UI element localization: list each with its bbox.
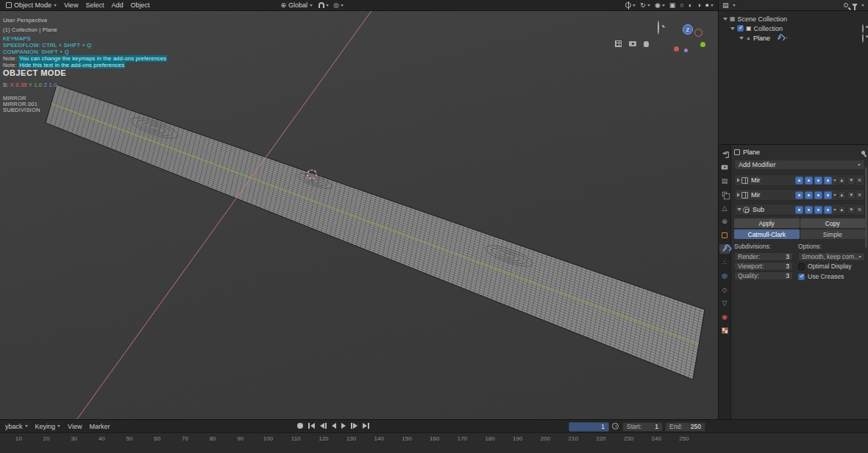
start-frame-field[interactable]: Start: 1 (622, 422, 663, 432)
optimal-display-checkbox[interactable] (798, 263, 805, 270)
tab-world[interactable]: ⊕ (719, 217, 730, 226)
catmull-clark-button[interactable]: Catmull-Clark (734, 229, 800, 239)
extras-chevron-icon[interactable] (833, 194, 836, 196)
menu-select[interactable]: Select (82, 0, 107, 10)
move-down-button[interactable]: ▾ (847, 191, 855, 199)
modifier-row-subdivision[interactable]: Sub ▴ ▾ × (734, 204, 865, 215)
move-up-button[interactable]: ▴ (838, 206, 846, 214)
expand-icon[interactable] (730, 27, 735, 30)
pivot-point-selector[interactable] (623, 2, 638, 8)
menu-view[interactable]: View (60, 0, 82, 10)
expand-icon[interactable] (737, 193, 740, 197)
show-oncage-toggle[interactable] (824, 191, 832, 199)
tab-particles[interactable]: ∴ (719, 257, 730, 267)
gizmo-z-axis-handle[interactable]: Z (683, 24, 693, 35)
shading-rendered-button[interactable]: ● (703, 1, 716, 9)
filter-funnel-icon[interactable] (852, 4, 858, 7)
show-gizmo-toggle[interactable]: ↻ (638, 1, 652, 9)
close-icon[interactable]: × (857, 206, 862, 213)
next-keyframe-button[interactable] (351, 423, 357, 429)
current-frame-field[interactable]: 1 (569, 422, 609, 432)
uv-smooth-dropdown[interactable]: Smooth, keep corn... (798, 252, 865, 261)
move-up-button[interactable]: ▴ (838, 191, 846, 199)
gizmo-center-handle[interactable] (684, 49, 688, 52)
orientation-selector[interactable]: ⊕ Global (277, 0, 316, 10)
modifier-row-mirror[interactable]: Mir ▴ ▾ × (734, 174, 865, 186)
tab-output[interactable]: ▤ (719, 176, 730, 185)
show-editmode-toggle[interactable] (814, 206, 822, 214)
timeline-ruler[interactable]: 1020304050607080901001101201301401501601… (0, 432, 868, 453)
prev-keyframe-button[interactable] (320, 423, 327, 429)
show-render-toggle[interactable] (795, 176, 803, 185)
end-frame-field[interactable]: End: 250 (665, 422, 705, 432)
optimal-display-row[interactable]: Optimal Display (798, 262, 865, 271)
play-reverse-button[interactable] (332, 423, 336, 429)
expand-icon[interactable] (737, 178, 740, 182)
menu-view-timeline[interactable]: View (64, 420, 85, 432)
menu-playback[interactable]: yback (1, 420, 32, 432)
menu-marker[interactable]: Marker (85, 420, 113, 432)
expand-icon[interactable] (739, 37, 744, 40)
viewport-3d[interactable]: User Perspective (1) Collection | Plane … (0, 11, 718, 419)
viewport-subdivisions-field[interactable]: Viewport: 3 (734, 262, 793, 271)
show-viewport-toggle[interactable] (805, 191, 813, 199)
close-icon[interactable]: × (857, 176, 862, 184)
tab-object-data[interactable]: ▽ (719, 299, 730, 308)
menu-keying[interactable]: Keying (32, 420, 65, 432)
apply-button[interactable]: Apply (734, 218, 800, 228)
move-down-button[interactable]: ▾ (847, 206, 855, 214)
show-editmode-toggle[interactable] (814, 191, 822, 199)
proportional-editing-toggle[interactable]: ◎ (331, 1, 346, 9)
gizmo-x-axis-handle[interactable] (674, 46, 679, 51)
tab-modifiers[interactable] (719, 244, 730, 254)
record-button[interactable] (297, 423, 303, 429)
modifier-row-mirror-001[interactable]: Mir ▴ ▾ × (734, 189, 865, 201)
copy-button[interactable]: Copy (800, 218, 866, 228)
close-icon[interactable]: × (857, 191, 862, 199)
show-overlays-toggle[interactable]: ◉ (652, 1, 667, 9)
snap-toggle[interactable] (316, 2, 331, 8)
outliner-row-plane[interactable]: ▲ Plane ◦ (719, 33, 868, 43)
extras-chevron-icon[interactable] (833, 209, 836, 211)
collapse-icon[interactable] (737, 208, 741, 211)
show-editmode-toggle[interactable] (814, 176, 822, 185)
render-subdivisions-field[interactable]: Render: 3 (734, 252, 793, 261)
quality-field[interactable]: Quality: 3 (734, 271, 793, 280)
move-view-icon[interactable] (644, 41, 649, 47)
visibility-eye-icon[interactable] (862, 34, 864, 43)
show-render-toggle[interactable] (795, 206, 803, 214)
xray-toggle[interactable]: ▣ (667, 1, 678, 9)
tab-object[interactable] (719, 230, 730, 240)
play-button[interactable] (341, 423, 346, 429)
shading-solid-button[interactable]: ◐ (686, 1, 694, 9)
collection-checkbox[interactable]: ✓ (737, 25, 744, 32)
move-up-button[interactable]: ▴ (838, 176, 846, 185)
pin-icon[interactable] (861, 151, 865, 154)
shading-wireframe-button[interactable]: ○ (677, 1, 686, 9)
tab-render[interactable] (719, 163, 730, 172)
show-oncage-toggle[interactable] (824, 176, 832, 185)
jump-to-start-button[interactable] (308, 423, 315, 429)
viewport-zoom-tool[interactable] (658, 21, 659, 35)
show-oncage-toggle[interactable] (824, 206, 832, 214)
show-viewport-toggle[interactable] (805, 206, 813, 214)
mode-selector[interactable]: Object Mode (2, 0, 60, 10)
tab-material[interactable]: ◉ (719, 312, 730, 321)
clock-icon[interactable] (612, 423, 619, 429)
tab-scene[interactable]: △ (719, 203, 730, 213)
tab-view-layer[interactable] (719, 190, 730, 199)
outliner-row-scene-collection[interactable]: ▦ Scene Collection (719, 14, 868, 24)
tab-tool[interactable] (719, 149, 730, 158)
show-viewport-toggle[interactable] (805, 176, 813, 185)
tab-physics[interactable]: ◎ (719, 271, 730, 281)
camera-view-icon[interactable] (629, 41, 636, 46)
use-creases-checkbox[interactable]: ✓ (798, 274, 805, 280)
add-modifier-dropdown[interactable]: Add Modifier (734, 160, 865, 170)
extras-chevron-icon[interactable] (833, 179, 836, 182)
outliner-row-collection[interactable]: ✓ ▣ Collection (719, 24, 868, 33)
shading-material-button[interactable]: ◑ (694, 1, 702, 9)
menu-add[interactable]: Add (107, 0, 127, 10)
use-creases-row[interactable]: ✓ Use Creases (798, 272, 865, 281)
expand-icon[interactable] (723, 18, 728, 21)
move-down-button[interactable]: ▾ (847, 176, 855, 185)
